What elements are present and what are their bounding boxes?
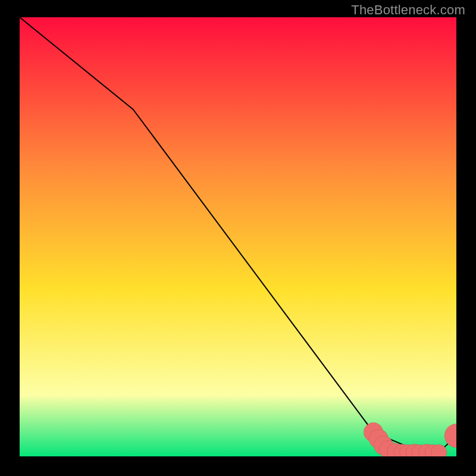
watermark-label: TheBottleneck.com [351,2,465,18]
bottleneck-chart [20,17,456,456]
plot-area [20,17,456,456]
gradient-background [20,17,456,456]
chart-frame: TheBottleneck.com [0,0,476,476]
